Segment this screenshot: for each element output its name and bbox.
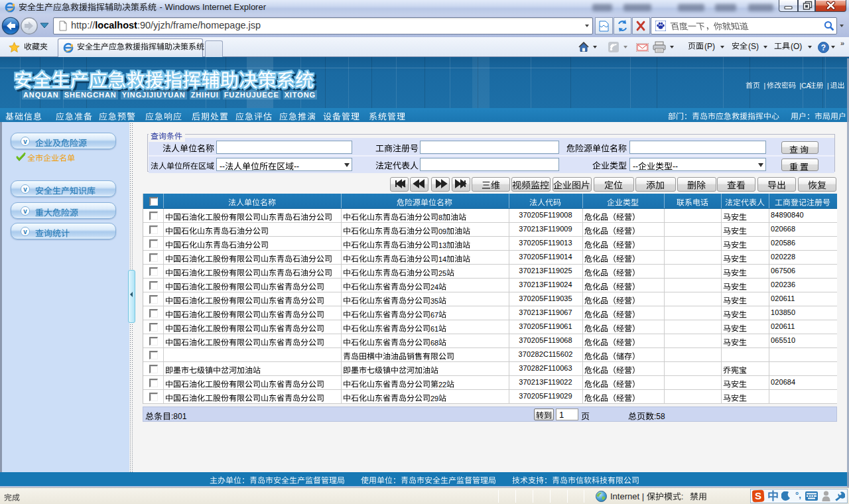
svg-text:|: | [764, 82, 766, 90]
svg-text:--: -- [633, 162, 638, 171]
svg-text:--: -- [220, 162, 225, 171]
svg-text:61: 61 [430, 325, 438, 333]
svg-text::58: :58 [654, 412, 665, 421]
svg-text::801: :801 [171, 412, 187, 421]
svg-text:35: 35 [430, 297, 438, 305]
svg-text:|CA: |CA [800, 82, 811, 90]
svg-text:09: 09 [438, 227, 446, 235]
svg-text:13: 13 [438, 241, 446, 249]
svg-text:14: 14 [438, 255, 446, 263]
svg-text:--: -- [294, 162, 299, 171]
svg-text:24: 24 [430, 283, 438, 291]
svg-text:22: 22 [438, 381, 446, 389]
svg-text:68: 68 [430, 339, 438, 347]
svg-text:25: 25 [438, 269, 446, 277]
svg-text:|: | [827, 82, 829, 90]
svg-text:--: -- [673, 162, 678, 171]
svg-text:?: ? [821, 43, 826, 52]
svg-text::: : [681, 492, 683, 501]
svg-text:S: S [755, 490, 761, 501]
svg-text:29: 29 [430, 395, 438, 403]
svg-text:8: 8 [438, 214, 442, 221]
svg-text:67: 67 [430, 311, 438, 319]
